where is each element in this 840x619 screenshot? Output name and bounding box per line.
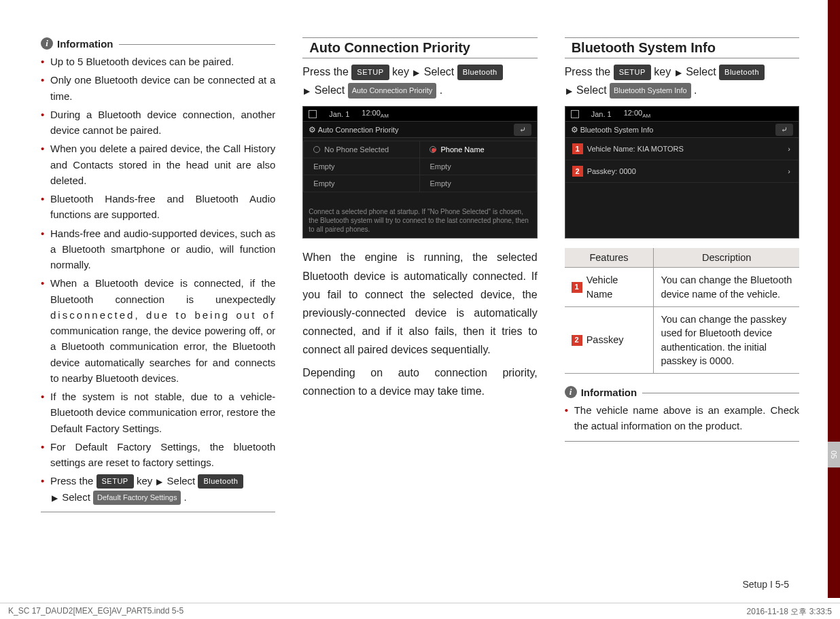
body-paragraph: Depending on auto connection priority, c… xyxy=(302,364,537,400)
option-empty: Empty xyxy=(420,175,536,192)
option-empty: Empty xyxy=(420,158,536,175)
chevron-right-icon: › xyxy=(788,167,790,175)
page-content: i Information Up to 5 Bluetooth devices … xyxy=(0,0,840,512)
info-icon: i xyxy=(41,37,53,50)
text-segment: Press the xyxy=(50,475,97,487)
bluetooth-system-info-menu: Bluetooth System Info xyxy=(610,83,691,99)
gear-icon: ⚙ xyxy=(571,125,578,135)
feature-label: Passkey xyxy=(587,333,624,347)
table-header-description: Description xyxy=(654,248,799,268)
text-segment: . xyxy=(694,84,697,96)
auto-connection-menu: Auto Connection Priority xyxy=(348,83,437,99)
information-label: Information xyxy=(581,387,637,398)
feature-passkey: 2Passkey xyxy=(572,333,647,347)
status-date: Jan. 1 xyxy=(591,110,612,118)
default-factory-menu: Default Factory Settings xyxy=(93,491,181,505)
setup-key: SETUP xyxy=(614,65,651,80)
text-segment: key xyxy=(392,66,412,77)
list-item: Hands-free and audio-supported devices, … xyxy=(41,226,275,273)
passkey-row: 2Passkey: 0000 › xyxy=(565,160,799,183)
list-item: Up to 5 Bluetooth devices can be paired. xyxy=(41,54,275,69)
instruction-line: Press the SETUP key ▶ Select Bluetooth ▶… xyxy=(565,63,799,99)
setup-key: SETUP xyxy=(351,65,389,80)
option-phone-name: Phone Name xyxy=(420,141,536,158)
bluetooth-menu: Bluetooth xyxy=(457,65,503,80)
home-icon xyxy=(309,110,317,118)
back-icon: ⤶ xyxy=(775,124,793,136)
setup-key: SETUP xyxy=(97,474,134,489)
feature-description: You can change the passkey used for Blue… xyxy=(654,306,799,373)
radio-icon xyxy=(313,146,320,153)
features-table: Features Description 1Vehicle Name You c… xyxy=(565,248,799,374)
chapter-tab-label: 05 xyxy=(828,442,840,467)
bluetooth-menu: Bluetooth xyxy=(198,474,243,489)
arrow-icon: ▶ xyxy=(413,66,419,79)
option-empty: Empty xyxy=(304,175,420,192)
text-segment: Press the xyxy=(302,66,351,77)
screen-title: ⚙ Bluetooth System Info xyxy=(571,125,654,135)
text-segment: Select xyxy=(315,84,348,96)
screen-titlebar: ⚙ Bluetooth System Info ⤶ xyxy=(565,122,799,138)
status-time: 12:00AM xyxy=(624,109,651,119)
screen-titlebar: ⚙ Auto Connection Priority ⤶ xyxy=(303,122,536,138)
text-segment: Select xyxy=(167,475,198,487)
document-footer: K_SC 17_DAUD2[MEX_EG]AV_PART5.indd 5-5 2… xyxy=(0,603,840,619)
text-segment: Select xyxy=(576,84,610,96)
options-table: No Phone Selected Phone Name Empty Empty… xyxy=(303,141,536,192)
status-date: Jan. 1 xyxy=(329,110,349,118)
screenshot-auto-connection: Jan. 1 12:00AM ⚙ Auto Connection Priorit… xyxy=(302,106,537,238)
statusbar: Jan. 1 12:00AM xyxy=(565,107,799,122)
information-list: The vehicle name above is an example. Ch… xyxy=(565,402,799,434)
divider-line xyxy=(41,512,275,512)
gear-icon: ⚙ xyxy=(309,125,316,135)
option-empty: Empty xyxy=(304,158,420,175)
divider-line xyxy=(642,393,799,393)
arrow-icon: ▶ xyxy=(566,84,572,98)
arrow-icon: ▶ xyxy=(156,476,162,489)
arrow-icon: ▶ xyxy=(304,84,310,98)
feature-label: Vehicle Name xyxy=(587,273,647,301)
list-item: During a Bluetooth device connection, an… xyxy=(41,107,275,139)
list-item: For Default Factory Settings, the blueto… xyxy=(41,439,275,471)
information-list: Up to 5 Bluetooth devices can be paired.… xyxy=(41,54,275,505)
text-segment: Press the xyxy=(565,66,614,77)
table-row: 1Vehicle Name You can change the Bluetoo… xyxy=(565,268,799,307)
chevron-right-icon: › xyxy=(788,145,790,153)
info-icon: i xyxy=(565,386,577,398)
callout-badge-2: 2 xyxy=(572,166,583,177)
bluetooth-menu: Bluetooth xyxy=(719,65,765,80)
text-segment: . xyxy=(184,491,187,503)
text-segment: When a Bluetooth device is connected, if… xyxy=(50,277,275,384)
text-segment: key xyxy=(654,66,673,77)
information-label: Information xyxy=(57,38,113,50)
vehicle-name-row: 1Vehicle Name: KIA MOTORS › xyxy=(565,138,799,160)
column-information: i Information Up to 5 Bluetooth devices … xyxy=(41,37,275,512)
home-icon xyxy=(571,110,579,118)
feature-description: You can change the Bluetooth device name… xyxy=(654,268,799,307)
information-header: i Information xyxy=(565,386,799,398)
section-title: Bluetooth System Info xyxy=(565,37,799,58)
screen-title: ⚙ Auto Connection Priority xyxy=(309,125,398,135)
option-no-phone: No Phone Selected xyxy=(304,141,420,158)
divider-line xyxy=(119,44,276,45)
text-segment: . xyxy=(440,84,442,96)
table-row: 2Passkey You can change the passkey used… xyxy=(565,306,799,373)
status-time: 12:00AM xyxy=(362,109,389,119)
callout-badge-1: 1 xyxy=(572,282,582,293)
list-item: Only one Bluetooth device can be connect… xyxy=(41,72,275,104)
callout-badge-2: 2 xyxy=(572,335,582,346)
table-header-features: Features xyxy=(565,248,654,268)
column-bluetooth-info: Bluetooth System Info Press the SETUP ke… xyxy=(565,37,799,512)
row-label: Passkey: 0000 xyxy=(587,167,636,175)
row-label: Vehicle Name: KIA MOTORS xyxy=(587,145,684,153)
radio-icon xyxy=(430,146,436,153)
arrow-icon: ▶ xyxy=(52,492,58,505)
screenshot-bluetooth-info: Jan. 1 12:00AM ⚙ Bluetooth System Info ⤶… xyxy=(565,106,799,238)
callout-badge-1: 1 xyxy=(572,143,583,154)
screen-hint: Connect a selected phone at startup. If … xyxy=(309,207,531,234)
body-paragraph: When the engine is running, the selected… xyxy=(302,248,537,359)
statusbar: Jan. 1 12:00AM xyxy=(303,107,536,122)
arrow-icon: ▶ xyxy=(676,66,682,79)
list-item: When you delete a paired device, the Cal… xyxy=(41,141,275,188)
text-segment: Select xyxy=(62,491,93,503)
